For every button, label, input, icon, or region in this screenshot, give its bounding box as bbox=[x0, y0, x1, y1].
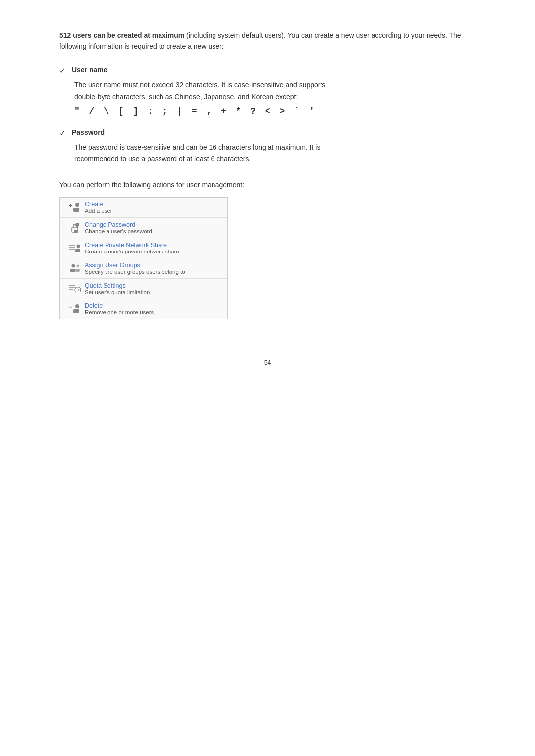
quota-link[interactable]: Quota Settings bbox=[85, 282, 150, 289]
create-icon: + bbox=[68, 201, 81, 214]
svg-text:+: + bbox=[69, 202, 73, 209]
create-text-area: Create Add a user bbox=[85, 201, 112, 214]
username-title: User name bbox=[72, 66, 107, 74]
intro-paragraph: 512 users can be created at maximum (inc… bbox=[59, 30, 476, 52]
action-row-change-password: Change Password Change a user's password bbox=[60, 218, 227, 238]
change-password-icon bbox=[68, 221, 81, 234]
delete-link[interactable]: Delete bbox=[85, 302, 154, 309]
svg-line-19 bbox=[78, 289, 79, 291]
network-share-desc: Create a user's private network share bbox=[85, 249, 179, 254]
svg-point-4 bbox=[75, 223, 79, 227]
checkmark-password: ✓ bbox=[59, 129, 66, 138]
quota-text-area: Quota Settings Set user's quota limitati… bbox=[85, 282, 150, 295]
change-password-text-area: Change Password Change a user's password bbox=[85, 221, 152, 234]
quota-desc: Set user's quota limitation bbox=[85, 289, 150, 295]
special-chars: " / \ [ ] : ; | = , + * ? < > ` ' bbox=[74, 106, 476, 116]
network-share-link[interactable]: Create Private Network Share bbox=[85, 242, 179, 249]
quota-icon bbox=[68, 282, 81, 295]
user-groups-text-area: Assign User Groups Specify the user grou… bbox=[85, 262, 185, 275]
svg-rect-22 bbox=[73, 309, 79, 313]
user-groups-desc: Specify the user groups users belong to bbox=[85, 269, 185, 275]
checkmark-username: ✓ bbox=[59, 66, 66, 75]
delete-text-area: Delete Remove one or more users bbox=[85, 302, 154, 315]
svg-point-13 bbox=[77, 265, 79, 267]
svg-rect-2 bbox=[73, 208, 79, 212]
delete-icon-area: − bbox=[65, 302, 85, 315]
svg-point-9 bbox=[77, 245, 80, 248]
username-line1: The user name must not exceed 32 charact… bbox=[74, 81, 325, 89]
change-password-link[interactable]: Change Password bbox=[85, 221, 152, 228]
quota-icon-area bbox=[65, 282, 85, 295]
svg-rect-5 bbox=[74, 230, 78, 233]
create-link[interactable]: Create bbox=[85, 201, 112, 208]
action-row-network-share: Create Private Network Share Create a us… bbox=[60, 238, 227, 258]
password-title: Password bbox=[72, 128, 105, 136]
svg-rect-10 bbox=[75, 249, 80, 252]
action-row-delete: − Delete Remove one or more users bbox=[60, 299, 227, 319]
password-section: ✓ Password The password is case-sensitiv… bbox=[59, 128, 476, 165]
actions-intro: You can perform the following actions fo… bbox=[59, 179, 476, 190]
user-groups-link[interactable]: Assign User Groups bbox=[85, 262, 185, 269]
create-desc: Add a user bbox=[85, 208, 112, 214]
svg-text:−: − bbox=[69, 303, 73, 311]
intro-bold: 512 users can be created at maximum bbox=[59, 31, 184, 39]
password-line2: recommended to use a password of at leas… bbox=[74, 155, 251, 163]
page-number: 54 bbox=[59, 359, 476, 366]
svg-point-1 bbox=[75, 203, 79, 207]
network-share-icon-area bbox=[65, 242, 85, 254]
change-password-icon-area bbox=[65, 221, 85, 234]
delete-icon: − bbox=[68, 302, 81, 315]
delete-desc: Remove one or more users bbox=[85, 309, 154, 315]
svg-point-21 bbox=[75, 304, 79, 308]
username-body: The user name must not exceed 32 charact… bbox=[74, 79, 476, 103]
username-line2: double-byte characters, such as Chinese,… bbox=[74, 93, 298, 101]
password-body: The password is case-sensitive and can b… bbox=[74, 142, 476, 165]
user-groups-icon-area: + bbox=[65, 262, 85, 275]
user-groups-icon: + bbox=[68, 262, 81, 275]
change-password-desc: Change a user's password bbox=[85, 228, 152, 234]
action-row-create: + Create Add a user bbox=[60, 198, 227, 218]
password-line1: The password is case-sensitive and can b… bbox=[74, 143, 320, 151]
action-row-user-groups: + Assign User Groups Specify the user gr… bbox=[60, 258, 227, 279]
network-share-text-area: Create Private Network Share Create a us… bbox=[85, 242, 179, 254]
network-share-icon bbox=[68, 242, 81, 254]
svg-point-11 bbox=[72, 264, 75, 268]
create-icon-area: + bbox=[65, 201, 85, 214]
svg-rect-14 bbox=[75, 269, 80, 272]
svg-text:+: + bbox=[69, 270, 71, 275]
username-section: ✓ User name The user name must not excee… bbox=[59, 66, 476, 117]
actions-table: + Create Add a user Change Password Chan… bbox=[59, 197, 228, 319]
action-row-quota: Quota Settings Set user's quota limitati… bbox=[60, 279, 227, 299]
